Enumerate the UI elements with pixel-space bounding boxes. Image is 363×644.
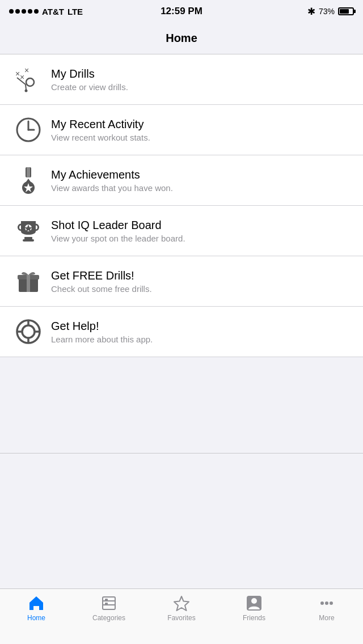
home-tab-label: Home — [27, 614, 45, 622]
activity-subtitle: View recent workout stats. — [51, 132, 150, 143]
carrier-name: AT&T — [42, 7, 64, 16]
free-drills-icon — [11, 264, 45, 298]
battery-icon — [338, 7, 354, 15]
menu-item-leaderboard[interactable]: Shot IQ Leader Board View your spot on t… — [0, 206, 363, 256]
main-content: × × × My Drills Create or view drills. M… — [0, 54, 363, 357]
svg-point-3 — [26, 78, 34, 86]
free-drills-subtitle: Check out some free drills. — [51, 283, 152, 295]
svg-point-24 — [22, 325, 35, 338]
menu-item-activity[interactable]: My Recent Activity View recent workout s… — [0, 105, 363, 155]
svg-text:×: × — [24, 66, 29, 75]
svg-text:×: × — [15, 69, 20, 78]
svg-rect-22 — [27, 275, 30, 292]
free-drills-text: Get FREE Drills! Check out some free dri… — [51, 268, 152, 295]
activity-icon — [11, 113, 45, 147]
status-right-items: ✱ 73% — [307, 6, 354, 18]
achievements-title: My Achievements — [51, 167, 173, 182]
achievements-icon — [11, 163, 45, 197]
svg-rect-33 — [105, 599, 108, 601]
svg-rect-11 — [27, 167, 30, 177]
leaderboard-title: Shot IQ Leader Board — [51, 218, 185, 232]
menu-item-drills[interactable]: × × × My Drills Create or view drills. — [0, 54, 363, 105]
leaderboard-subtitle: View your spot on the leader board. — [51, 232, 185, 244]
bluetooth-icon: ✱ — [307, 6, 315, 18]
svg-point-37 — [320, 601, 324, 605]
activity-title: My Recent Activity — [51, 117, 150, 132]
svg-point-38 — [325, 601, 328, 605]
home-tab-icon — [28, 595, 45, 612]
svg-marker-34 — [174, 596, 189, 611]
friends-tab-icon — [246, 595, 263, 612]
categories-tab-icon — [100, 595, 117, 612]
achievements-subtitle: View awards that you have won. — [51, 182, 173, 194]
tab-home[interactable]: Home — [0, 592, 73, 622]
drills-title: My Drills — [51, 66, 128, 81]
help-title: Get Help! — [51, 319, 153, 333]
svg-rect-17 — [23, 239, 34, 242]
favorites-tab-icon — [173, 595, 190, 612]
tab-favorites[interactable]: Favorites — [145, 592, 218, 622]
svg-rect-16 — [24, 237, 32, 239]
svg-rect-29 — [103, 597, 115, 609]
page-title: Home — [166, 32, 197, 45]
help-subtitle: Learn more about this app. — [51, 333, 153, 345]
achievements-text: My Achievements View awards that you hav… — [51, 167, 173, 194]
free-drills-title: Get FREE Drills! — [51, 268, 152, 283]
favorites-tab-label: Favorites — [167, 614, 195, 622]
battery-percent: 73% — [319, 7, 335, 16]
help-icon — [11, 315, 45, 349]
network-type: LTE — [67, 7, 83, 16]
leaderboard-text: Shot IQ Leader Board View your spot on t… — [51, 218, 185, 244]
tab-more[interactable]: More — [290, 592, 363, 622]
status-time: 12:59 PM — [161, 6, 202, 17]
drills-subtitle: Create or view drills. — [51, 81, 128, 93]
svg-point-39 — [330, 601, 333, 605]
menu-item-help[interactable]: Get Help! Learn more about this app. — [0, 307, 363, 357]
categories-tab-label: Categories — [92, 614, 125, 622]
svg-point-36 — [251, 598, 257, 604]
carrier-info: AT&T LTE — [9, 7, 83, 16]
svg-point-6 — [25, 90, 28, 92]
activity-text: My Recent Activity View recent workout s… — [51, 117, 150, 143]
drills-icon: × × × — [11, 62, 45, 96]
svg-line-5 — [26, 84, 26, 90]
signal-bars — [9, 9, 39, 14]
navigation-bar: Home — [0, 23, 363, 54]
drills-text: My Drills Create or view drills. — [51, 66, 128, 93]
menu-item-achievements[interactable]: My Achievements View awards that you hav… — [0, 155, 363, 206]
more-tab-icon — [318, 595, 335, 612]
more-tab-label: More — [319, 614, 334, 622]
help-text: Get Help! Learn more about this app. — [51, 319, 153, 345]
tab-categories[interactable]: Categories — [73, 592, 145, 622]
friends-tab-label: Friends — [243, 614, 265, 622]
leaderboard-icon — [11, 214, 45, 248]
svg-rect-32 — [105, 603, 108, 605]
tab-friends[interactable]: Friends — [218, 592, 290, 622]
tab-bar: Home Categories Favorites — [0, 588, 363, 644]
empty-space — [0, 357, 363, 454]
status-bar: AT&T LTE 12:59 PM ✱ 73% — [0, 0, 363, 23]
menu-item-free-drills[interactable]: Get FREE Drills! Check out some free dri… — [0, 256, 363, 307]
